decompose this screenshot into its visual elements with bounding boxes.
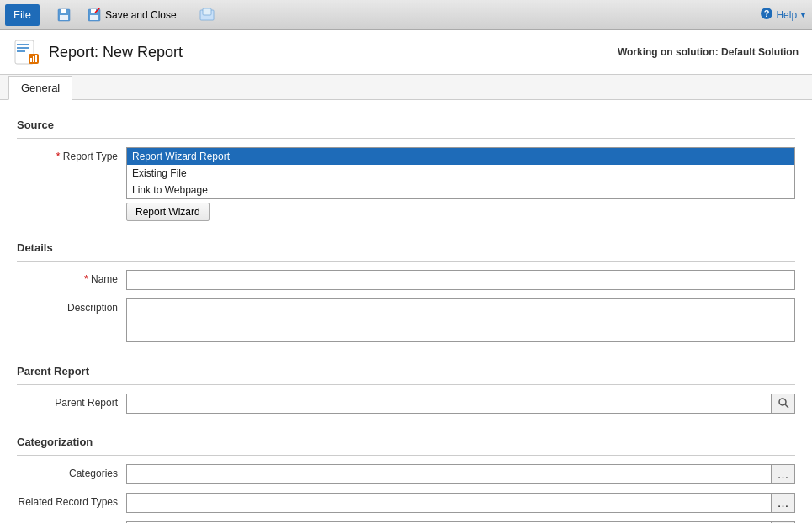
categories-input-group: … <box>126 464 795 484</box>
form-content: Source * Report Type Report Wizard Repor… <box>0 100 812 523</box>
parent-report-browse-button[interactable] <box>772 394 795 414</box>
source-section-header: Source <box>17 114 795 139</box>
categories-browse-icon: … <box>778 468 789 481</box>
description-control <box>126 298 795 345</box>
related-record-types-input[interactable] <box>126 493 772 513</box>
help-label: Help <box>776 9 797 21</box>
extra-toolbar-button[interactable] <box>194 4 220 26</box>
svg-rect-18 <box>35 55 37 62</box>
details-section-header: Details <box>17 236 795 262</box>
save-and-close-label: Save and Close <box>105 9 177 21</box>
categories-input[interactable] <box>126 464 772 484</box>
svg-text:?: ? <box>764 8 770 18</box>
name-input[interactable] <box>126 270 795 290</box>
categories-control: … <box>126 464 795 484</box>
description-textarea[interactable] <box>126 298 795 342</box>
svg-rect-2 <box>60 15 68 20</box>
file-button[interactable]: File <box>5 4 40 26</box>
description-row: Description <box>17 298 795 345</box>
help-chevron-icon: ▼ <box>799 11 807 19</box>
svg-rect-8 <box>203 8 211 15</box>
toolbar-separator-1 <box>45 6 45 24</box>
toolbar: File Save and Close ? Help ▼ <box>0 0 812 30</box>
description-label: Description <box>17 298 126 314</box>
svg-rect-14 <box>17 50 25 52</box>
svg-line-20 <box>785 404 788 408</box>
listbox-item-link-to-webpage[interactable]: Link to Webpage <box>127 182 794 198</box>
related-record-types-browse-button[interactable]: … <box>772 493 795 513</box>
svg-rect-4 <box>91 9 96 13</box>
parent-report-input[interactable] <box>126 394 772 414</box>
svg-rect-1 <box>61 9 66 13</box>
save-and-close-button[interactable]: Save and Close <box>81 4 183 26</box>
spacer-2 <box>17 351 795 360</box>
page-title: Report: New Report <box>49 44 183 61</box>
toolbar-separator-2 <box>188 6 188 24</box>
parent-report-control <box>126 394 795 414</box>
spacer-1 <box>17 228 795 236</box>
parent-report-label: Parent Report <box>17 394 126 409</box>
related-record-types-row: Related Record Types … <box>17 493 795 515</box>
categorization-section-header: Categorization <box>17 431 795 456</box>
svg-rect-13 <box>17 47 29 49</box>
save-icon <box>56 8 72 23</box>
svg-rect-16 <box>30 58 32 62</box>
report-type-listbox[interactable]: Report Wizard Report Existing File Link … <box>126 147 795 199</box>
parent-report-row: Parent Report <box>17 394 795 415</box>
help-icon: ? <box>760 7 773 23</box>
parent-report-section-header: Parent Report <box>17 360 795 385</box>
solution-text: Working on solution: Default Solution <box>618 46 799 58</box>
related-record-types-control: … <box>126 493 795 513</box>
extra-icon <box>199 8 215 23</box>
name-row: * Name <box>17 270 795 292</box>
svg-rect-17 <box>33 56 34 62</box>
name-required-star: * <box>84 273 88 285</box>
listbox-item-existing-file[interactable]: Existing File <box>127 165 794 182</box>
listbox-item-wizard-report[interactable]: Report Wizard Report <box>127 148 794 165</box>
categories-row: Categories … <box>17 464 795 486</box>
tab-strip: General <box>0 75 812 100</box>
report-type-label: * Report Type <box>17 147 126 162</box>
browse-icon <box>778 397 789 411</box>
report-wizard-button[interactable]: Report Wizard <box>126 203 210 221</box>
categories-browse-button[interactable]: … <box>772 464 795 484</box>
save-and-close-icon <box>87 8 102 23</box>
related-record-types-browse-icon: … <box>778 496 789 510</box>
related-record-types-input-group: … <box>126 493 795 513</box>
spacer-3 <box>17 422 795 431</box>
related-record-types-label: Related Record Types <box>17 493 126 508</box>
name-label: * Name <box>17 270 126 285</box>
report-type-control: Report Wizard Report Existing File Link … <box>126 147 795 221</box>
report-type-required-star: * <box>56 151 61 162</box>
svg-rect-12 <box>17 44 29 45</box>
page-header-left: Report: New Report <box>13 39 183 66</box>
help-button[interactable]: ? Help ▼ <box>760 7 807 23</box>
svg-rect-5 <box>90 15 98 20</box>
report-type-row: * Report Type Report Wizard Report Exist… <box>17 147 795 221</box>
svg-point-19 <box>779 399 786 405</box>
report-icon <box>13 39 40 66</box>
save-button[interactable] <box>50 4 77 26</box>
page-header: Report: New Report Working on solution: … <box>0 30 812 75</box>
name-control <box>126 270 795 290</box>
tab-general[interactable]: General <box>8 76 72 100</box>
categories-label: Categories <box>17 464 126 479</box>
parent-report-input-group <box>126 394 795 414</box>
